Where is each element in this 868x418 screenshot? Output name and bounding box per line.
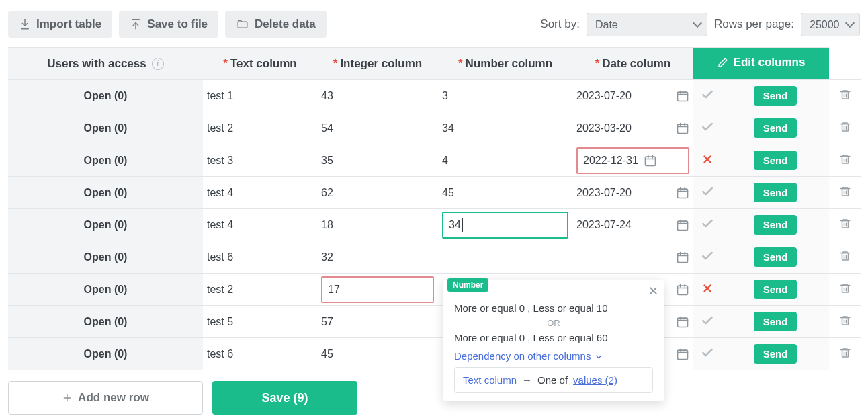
trash-icon[interactable] [839, 282, 851, 294]
integer-cell[interactable]: 43 [317, 80, 438, 112]
text-cell[interactable]: test 4 [203, 177, 317, 209]
send-button[interactable]: Send [754, 344, 797, 364]
import-table-button[interactable]: Import table [8, 11, 112, 38]
trash-icon[interactable] [839, 185, 851, 198]
integer-cell[interactable]: 57 [317, 306, 438, 338]
sort-by-label: Sort by: [540, 17, 580, 31]
text-cell[interactable]: test 2 [203, 274, 317, 306]
integer-cell[interactable]: 17 [317, 274, 438, 306]
svg-rect-7 [842, 188, 849, 196]
calendar-icon[interactable] [644, 154, 657, 167]
check-icon [701, 253, 714, 265]
sort-by-select[interactable]: Date [587, 13, 707, 36]
svg-rect-17 [842, 349, 849, 357]
users-cell[interactable]: Open (0) [8, 144, 203, 177]
calendar-icon[interactable] [676, 186, 689, 200]
save-button[interactable]: Save (9) [212, 381, 357, 415]
users-cell[interactable]: Open (0) [8, 80, 203, 112]
add-new-row-button[interactable]: Add new row [8, 381, 203, 415]
delete-cell [829, 338, 861, 370]
send-button[interactable]: Send [754, 215, 797, 235]
number-cell[interactable]: 4 [438, 144, 572, 177]
send-button[interactable]: Send [754, 86, 797, 106]
trash-icon[interactable] [839, 121, 851, 133]
date-cell[interactable] [572, 241, 693, 274]
delete-data-button[interactable]: Delete data [225, 11, 327, 38]
integer-cell[interactable]: 35 [317, 144, 438, 177]
dependency-values-link[interactable]: values (2) [573, 374, 617, 386]
users-cell[interactable]: Open (0) [8, 338, 203, 370]
rows-per-page-select[interactable]: 25000 [801, 13, 860, 36]
status-cell [693, 112, 722, 144]
number-cell[interactable]: 3 [438, 80, 572, 112]
svg-rect-3 [842, 124, 849, 131]
svg-rect-8 [678, 221, 688, 230]
text-cell[interactable]: test 4 [203, 209, 317, 241]
send-button[interactable]: Send [754, 183, 797, 202]
calendar-icon[interactable] [676, 251, 689, 264]
send-button[interactable]: Send [754, 151, 797, 170]
integer-cell[interactable]: 32 [317, 241, 438, 274]
date-cell[interactable]: 2022-12-31 [572, 144, 693, 177]
integer-cell[interactable]: 54 [317, 112, 438, 144]
date-cell[interactable]: 2023-07-24 [572, 209, 693, 241]
date-cell[interactable]: 2023-03-20 [572, 112, 693, 144]
integer-cell[interactable]: 18 [317, 209, 438, 241]
svg-rect-15 [842, 317, 849, 325]
button-label: Add new row [78, 391, 149, 405]
dependency-toggle[interactable]: Dependency on other columns [454, 350, 603, 362]
users-cell[interactable]: Open (0) [8, 209, 203, 241]
integer-cell[interactable]: 62 [317, 177, 438, 209]
calendar-icon[interactable] [676, 122, 689, 135]
trash-icon[interactable] [839, 315, 851, 327]
dependency-box: Text column → One of values (2) [454, 367, 653, 393]
button-label: Send [763, 219, 788, 231]
calendar-icon[interactable] [676, 218, 689, 232]
send-button[interactable]: Send [754, 280, 797, 299]
number-cell[interactable]: 34 [438, 112, 572, 144]
button-label: Delete data [255, 17, 316, 31]
trash-icon[interactable] [839, 89, 851, 101]
number-cell[interactable]: 34 [438, 209, 572, 241]
users-cell[interactable]: Open (0) [8, 274, 203, 306]
info-icon[interactable]: i [152, 58, 164, 70]
svg-rect-4 [645, 157, 655, 165]
trash-icon[interactable] [839, 218, 851, 230]
plus-icon [62, 392, 73, 403]
users-cell[interactable]: Open (0) [8, 306, 203, 338]
trash-icon[interactable] [839, 250, 851, 262]
calendar-icon[interactable] [676, 89, 689, 103]
delete-cell [829, 177, 861, 209]
date-cell[interactable]: 2023-07-20 [572, 177, 693, 209]
svg-rect-6 [678, 189, 688, 198]
cell-value: 2023-03-20 [576, 122, 670, 134]
number-cell[interactable]: 45 [438, 177, 572, 209]
integer-cell[interactable]: 45 [317, 338, 438, 370]
users-cell[interactable]: Open (0) [8, 241, 203, 274]
users-cell[interactable]: Open (0) [8, 112, 203, 144]
calendar-icon[interactable] [676, 315, 689, 329]
calendar-icon[interactable] [676, 283, 689, 296]
send-button[interactable]: Send [754, 247, 797, 267]
dependency-column-link[interactable]: Text column [463, 374, 517, 386]
send-button[interactable]: Send [754, 312, 797, 331]
text-cell[interactable]: test 6 [203, 241, 317, 274]
calendar-icon[interactable] [676, 347, 689, 361]
button-label: Save to file [147, 17, 208, 31]
users-cell[interactable]: Open (0) [8, 177, 203, 209]
edit-columns-button[interactable]: Edit columns [693, 48, 829, 80]
text-cell[interactable]: test 3 [203, 144, 317, 177]
text-cell[interactable]: test 1 [203, 80, 317, 112]
trash-icon[interactable] [839, 347, 851, 359]
text-cell[interactable]: test 5 [203, 306, 317, 338]
delete-cell [829, 144, 861, 177]
trash-icon[interactable] [839, 153, 851, 165]
text-cell[interactable]: test 6 [203, 338, 317, 370]
save-to-file-button[interactable]: Save to file [119, 11, 218, 38]
send-button[interactable]: Send [754, 118, 797, 138]
number-cell[interactable] [438, 241, 572, 274]
date-cell[interactable]: 2023-07-20 [572, 80, 693, 112]
status-cell [693, 177, 722, 209]
close-icon[interactable]: ✕ [648, 284, 658, 298]
text-cell[interactable]: test 2 [203, 112, 317, 144]
